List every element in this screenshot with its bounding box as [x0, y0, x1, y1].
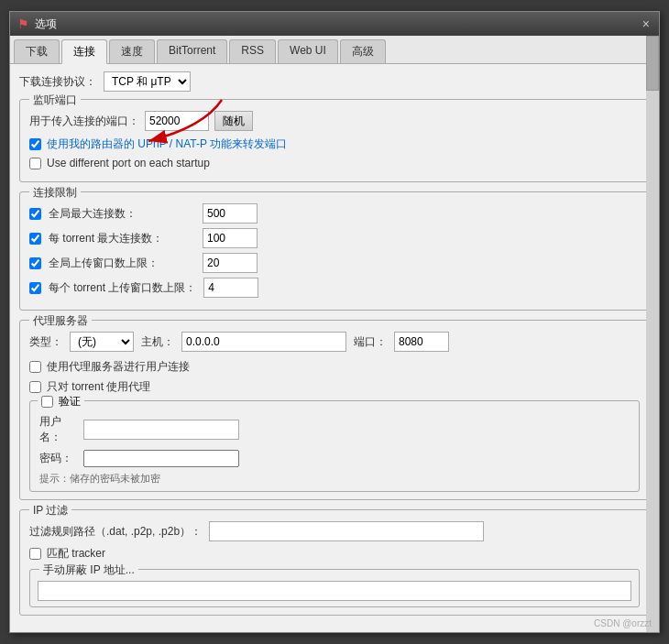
proxy-settings-row: 类型： (无) 主机： 端口：: [29, 332, 640, 352]
limit-row-3: 每个 torrent 上传窗口数上限：: [29, 278, 640, 298]
tab-connection[interactable]: 连接: [61, 39, 107, 64]
port-input[interactable]: [145, 111, 209, 131]
content-area: 下载连接协议： TCP 和 μTP 监听端口 用于传入连接的端口： 随机 使用我…: [10, 64, 659, 632]
manual-block-input[interactable]: [38, 581, 631, 601]
tab-bittorrent[interactable]: BitTorrent: [157, 39, 227, 63]
scrollbar-track[interactable]: [646, 36, 659, 632]
proxy-type-label: 类型：: [29, 334, 62, 350]
username-row: 用户名：: [39, 414, 630, 445]
tracker-label: 匹配 tracker: [47, 546, 105, 562]
username-label: 用户名：: [39, 414, 76, 445]
limit-row-1: 每 torrent 最大连接数：: [29, 228, 640, 248]
close-button[interactable]: ×: [641, 16, 652, 31]
password-hint: 提示：储存的密码未被加密: [39, 473, 160, 484]
proxy-type-select[interactable]: (无): [70, 332, 134, 352]
window-title: 选项: [35, 16, 57, 32]
limit-checkbox-0[interactable]: [29, 208, 41, 220]
torrent-only-label: 只对 torrent 使用代理: [47, 379, 150, 395]
torrent-only-row: 只对 torrent 使用代理: [29, 379, 640, 395]
options-dialog: ⚑ 选项 × 下载 连接 速度 BitTorrent RSS Web UI 高级…: [9, 11, 660, 633]
scrollbar-thumb[interactable]: [646, 36, 659, 91]
limit-label-1: 每 torrent 最大连接数：: [49, 231, 195, 246]
proxy-port-label: 端口：: [354, 334, 387, 350]
tab-advanced[interactable]: 高级: [340, 39, 386, 63]
auth-checkbox[interactable]: [41, 396, 53, 408]
limit-input-3[interactable]: [203, 278, 258, 298]
password-label: 密码：: [39, 451, 76, 466]
use-proxy-checkbox[interactable]: [29, 361, 41, 373]
protocol-row: 下载连接协议： TCP 和 μTP: [19, 71, 650, 92]
auth-group: 验证 用户名： 密码： 提示：储存的密码未被加密: [29, 400, 640, 492]
limit-checkbox-2[interactable]: [29, 257, 41, 269]
diff-port-label: Use different port on each startup: [47, 157, 210, 169]
listen-port-group: 监听端口 用于传入连接的端口： 随机 使用我的路由器的 UPnP / NAT-P…: [19, 99, 650, 182]
proxy-title: 代理服务器: [29, 313, 92, 329]
password-input[interactable]: [83, 450, 239, 467]
port-field-row: 用于传入连接的端口： 随机: [29, 111, 640, 131]
auth-title: 验证: [59, 394, 81, 409]
tab-speed[interactable]: 速度: [109, 39, 155, 63]
tracker-row: 匹配 tracker: [29, 546, 640, 562]
limit-label-2: 全局上传窗口数上限：: [49, 256, 195, 271]
protocol-label: 下载连接协议：: [19, 74, 96, 90]
tracker-checkbox[interactable]: [29, 548, 41, 560]
tabs-bar: 下载 连接 速度 BitTorrent RSS Web UI 高级: [10, 36, 659, 64]
manual-block-title: 手动屏蔽 IP 地址...: [39, 562, 138, 578]
ip-filter-group: IP 过滤 过滤规则路径（.dat, .p2p, .p2b）： 匹配 track…: [19, 509, 650, 616]
limit-input-2[interactable]: [203, 253, 258, 273]
username-input[interactable]: [83, 420, 239, 440]
diff-port-row: Use different port on each startup: [29, 157, 640, 169]
manual-block-group: 手动屏蔽 IP 地址...: [29, 569, 640, 607]
use-proxy-label: 使用代理服务器进行用户连接: [47, 359, 190, 375]
proxy-host-label: 主机：: [141, 334, 174, 350]
connection-limit-group: 连接限制 全局最大连接数： 每 torrent 最大连接数： 全局上传窗口数上限…: [19, 191, 650, 311]
use-proxy-row: 使用代理服务器进行用户连接: [29, 359, 640, 375]
filter-input[interactable]: [209, 521, 484, 541]
connection-limit-title: 连接限制: [29, 185, 81, 201]
port-label: 用于传入连接的端口：: [29, 114, 139, 129]
torrent-only-checkbox[interactable]: [29, 381, 41, 393]
listen-port-content: 用于传入连接的端口： 随机 使用我的路由器的 UPnP / NAT-P 功能来转…: [29, 111, 640, 169]
app-icon: ⚑: [17, 16, 29, 31]
limit-checkbox-1[interactable]: [29, 233, 41, 245]
password-row: 密码：: [39, 450, 630, 467]
upnp-row: 使用我的路由器的 UPnP / NAT-P 功能来转发端口: [29, 136, 640, 152]
proxy-content: 类型： (无) 主机： 端口： 使用代理服务器进行用户连接 只对 torrent…: [29, 332, 640, 492]
limit-row-2: 全局上传窗口数上限：: [29, 253, 640, 273]
tab-download[interactable]: 下载: [14, 39, 60, 63]
proxy-port-input[interactable]: [394, 332, 449, 352]
random-button[interactable]: 随机: [214, 111, 253, 131]
listen-port-title: 监听端口: [29, 93, 81, 108]
limit-input-0[interactable]: [203, 203, 258, 224]
proxy-host-input[interactable]: [181, 332, 346, 352]
limit-input-1[interactable]: [203, 228, 258, 248]
upnp-label: 使用我的路由器的 UPnP / NAT-P 功能来转发端口: [47, 136, 287, 152]
connection-limit-content: 全局最大连接数： 每 torrent 最大连接数： 全局上传窗口数上限： 每个 …: [29, 203, 640, 298]
diff-port-checkbox[interactable]: [29, 158, 41, 169]
title-bar: ⚑ 选项 ×: [10, 12, 659, 36]
auth-title-row: 验证: [38, 394, 84, 409]
tab-rss[interactable]: RSS: [229, 39, 276, 63]
limit-checkbox-3[interactable]: [29, 282, 41, 294]
watermark: CSDN @orzzt: [594, 618, 652, 628]
filter-path-row: 过滤规则路径（.dat, .p2p, .p2b）：: [29, 521, 640, 541]
limit-row-0: 全局最大连接数：: [29, 203, 640, 224]
limit-label-0: 全局最大连接数：: [49, 206, 195, 222]
limit-label-3: 每个 torrent 上传窗口数上限：: [49, 280, 196, 296]
filter-label: 过滤规则路径（.dat, .p2p, .p2b）：: [29, 524, 202, 540]
upnp-checkbox[interactable]: [29, 138, 41, 150]
tab-webui[interactable]: Web UI: [278, 39, 338, 63]
ip-filter-title: IP 过滤: [29, 503, 71, 518]
ip-filter-content: 过滤规则路径（.dat, .p2p, .p2b）： 匹配 tracker 手动屏…: [29, 521, 640, 607]
title-bar-left: ⚑ 选项: [17, 16, 57, 32]
proxy-group: 代理服务器 类型： (无) 主机： 端口： 使用代理服务器进行用户连接: [19, 320, 650, 500]
auth-content: 用户名： 密码： 提示：储存的密码未被加密: [39, 414, 630, 486]
protocol-select[interactable]: TCP 和 μTP: [104, 71, 191, 92]
